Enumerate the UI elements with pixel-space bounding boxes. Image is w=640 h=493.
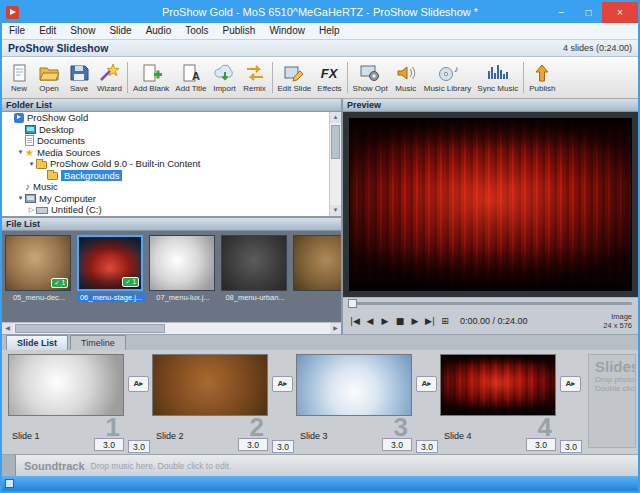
tree-item-desktop[interactable]: Desktop (2, 124, 341, 136)
scrollbar-thumb[interactable] (331, 125, 340, 159)
slide-thumbnail[interactable] (8, 354, 124, 416)
menu-file[interactable]: File (2, 23, 32, 39)
expander-open-icon[interactable] (16, 194, 25, 202)
menu-bar: File Edit Show Slide Audio Tools Publish… (2, 23, 638, 40)
close-button[interactable]: × (602, 2, 638, 23)
file-thumbnail[interactable]: 08_menu-urban... (221, 235, 289, 321)
slide-drop-area[interactable]: Slides Drop photo / Double click to (588, 354, 636, 448)
transition-ab-icon[interactable] (128, 376, 149, 392)
scroll-up-icon[interactable] (330, 112, 341, 123)
proshow-app-icon[interactable] (6, 6, 19, 19)
file-thumbnail-image[interactable]: ✓ 1 (77, 235, 143, 291)
fullscreen-button[interactable]: ⊞ (439, 316, 451, 326)
show-options-button[interactable]: Show Opt (350, 58, 391, 97)
file-thumbnail-image[interactable] (293, 235, 341, 291)
file-thumbnail-image[interactable] (149, 235, 215, 291)
file-thumbnail[interactable]: ✓ 1 05_menu-dec... (5, 235, 73, 321)
file-thumbnail-selected[interactable]: ✓ 1 06_menu-stage.j... (77, 235, 145, 321)
tree-item-music[interactable]: Music (2, 181, 341, 193)
music-button[interactable]: Music (391, 58, 421, 97)
skip-end-button[interactable]: ▶| (424, 316, 436, 326)
sync-music-button[interactable]: Sync Music (474, 58, 521, 97)
menu-edit[interactable]: Edit (32, 23, 63, 39)
edit-slide-button[interactable]: Edit Slide (275, 58, 315, 97)
preview-panel: Preview |◀ ◀ ▶ ■ ▶ ▶| ⊞ 0:00.00 / 0:24.0… (343, 99, 638, 334)
transition-time-box[interactable]: 3.0 (416, 440, 438, 453)
menu-show[interactable]: Show (63, 23, 102, 39)
tree-item-my-computer[interactable]: My Computer (2, 193, 341, 205)
save-show-button[interactable]: Save (64, 58, 94, 97)
slide-time-box[interactable]: 3.0 (526, 438, 556, 451)
tree-item-proshow-gold[interactable]: ProShow Gold (2, 112, 341, 124)
menu-publish[interactable]: Publish (216, 23, 263, 39)
expander-closed-icon[interactable] (27, 206, 36, 214)
scrubber-thumb[interactable] (348, 299, 357, 308)
tree-item-media-sources[interactable]: Media Sources (2, 147, 341, 159)
file-thumbnail-partial[interactable] (293, 235, 341, 321)
slide-thumbnail[interactable] (440, 354, 556, 416)
scrubber-track[interactable] (349, 302, 632, 305)
tree-item-documents[interactable]: Documents (2, 135, 341, 147)
menu-tools[interactable]: Tools (178, 23, 215, 39)
play-button[interactable]: ▶ (379, 316, 391, 326)
maximize-button[interactable]: □ (575, 2, 602, 23)
scrollbar-thumb[interactable] (15, 324, 165, 333)
add-title-button[interactable]: A Add Title (172, 58, 209, 97)
slide-cell[interactable]: Slide 3 3 3.0 (296, 354, 414, 454)
tab-slide-list[interactable]: Slide List (6, 335, 68, 350)
slide-time-box[interactable]: 3.0 (382, 438, 412, 451)
skip-start-button[interactable]: |◀ (349, 316, 361, 326)
slide-thumbnail[interactable] (152, 354, 268, 416)
preview-scrubber[interactable] (343, 297, 638, 308)
effects-button[interactable]: FX Effects (314, 58, 344, 97)
slide-cell[interactable]: Slide 2 2 3.0 (152, 354, 270, 454)
transition-time-box[interactable]: 3.0 (128, 440, 150, 453)
file-info-size: 24 x 576 (603, 321, 632, 330)
menu-window[interactable]: Window (262, 23, 312, 39)
tree-item-builtin-content[interactable]: ProShow Gold 9.0 - Built-in Content (2, 158, 341, 170)
folder-tree-scrollbar[interactable] (329, 112, 341, 216)
minimize-button[interactable]: − (548, 2, 575, 23)
transition-ab-icon[interactable] (560, 376, 581, 392)
transition-time-box[interactable]: 3.0 (272, 440, 294, 453)
tree-item-backgrounds[interactable]: Backgrounds (2, 170, 341, 182)
slide-thumbnail[interactable] (296, 354, 412, 416)
expander-open-icon[interactable] (16, 148, 25, 156)
open-show-button[interactable]: Open (34, 58, 64, 97)
slide-cell[interactable]: Slide 1 1 3.0 (8, 354, 126, 454)
publish-button[interactable]: Publish (526, 58, 558, 97)
music-library-button[interactable]: ♪ Music Library (421, 58, 475, 97)
scroll-down-icon[interactable] (330, 205, 341, 216)
slide-time-box[interactable]: 3.0 (94, 438, 124, 451)
wizard-button[interactable]: Wizard (94, 58, 125, 97)
scroll-right-icon[interactable] (330, 323, 341, 334)
step-forward-button[interactable]: ▶ (409, 316, 421, 326)
transition-ab-icon[interactable] (416, 376, 437, 392)
step-back-button[interactable]: ◀ (364, 316, 376, 326)
file-thumbnail-image[interactable] (221, 235, 287, 291)
expander-open-icon[interactable] (27, 160, 36, 168)
preview-image[interactable] (349, 118, 632, 291)
slide-time-box[interactable]: 3.0 (238, 438, 268, 451)
soundtrack-bar[interactable]: Soundtrack Drop music here. Double click… (2, 454, 638, 476)
menu-audio[interactable]: Audio (139, 23, 179, 39)
title-bar[interactable]: ProShow Gold - MoS 6510^MeGaHeRTZ - ProS… (2, 2, 638, 23)
menu-slide[interactable]: Slide (102, 23, 138, 39)
scroll-left-icon[interactable] (2, 323, 13, 334)
tree-item-untitled-c[interactable]: Untitled (C:) (2, 204, 341, 216)
folder-list-panel: Folder List ProShow Gold Desktop (2, 99, 341, 218)
tab-timeline[interactable]: Timeline (70, 335, 126, 350)
menu-help[interactable]: Help (312, 23, 347, 39)
add-blank-button[interactable]: Add Blank (130, 58, 172, 97)
file-thumbnail-image[interactable]: ✓ 1 (5, 235, 71, 291)
file-thumbnail[interactable]: 07_menu-lux.j... (149, 235, 217, 321)
import-button[interactable]: Import (210, 58, 240, 97)
file-list-scrollbar[interactable] (2, 322, 341, 334)
new-show-button[interactable]: New (4, 58, 34, 97)
transition-ab-icon[interactable] (272, 376, 293, 392)
soundtrack-volume-strip[interactable] (2, 455, 16, 476)
remix-button[interactable]: Remix (240, 58, 270, 97)
stop-button[interactable]: ■ (394, 316, 406, 326)
slide-cell[interactable]: Slide 4 4 3.0 (440, 354, 558, 454)
transition-time-box[interactable]: 3.0 (560, 440, 582, 453)
